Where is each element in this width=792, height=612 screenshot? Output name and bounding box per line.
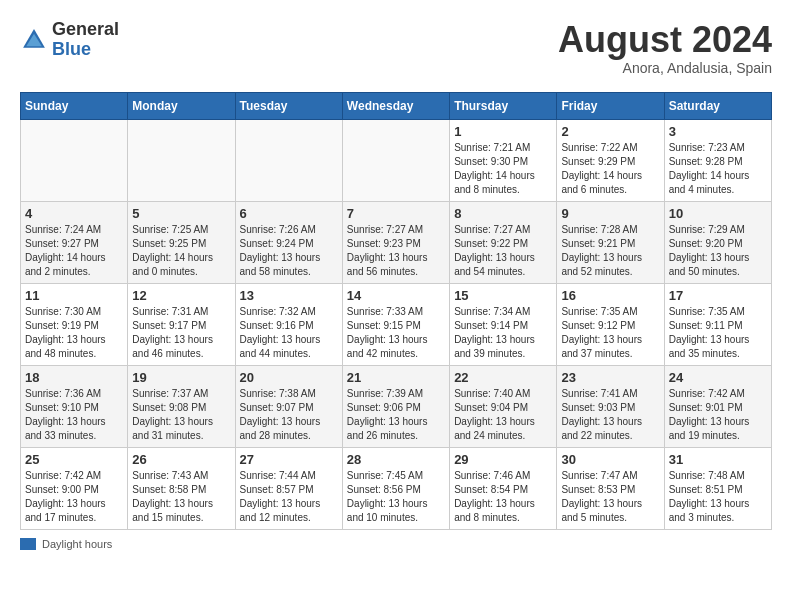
calendar-cell: 30Sunrise: 7:47 AM Sunset: 8:53 PM Dayli… [557, 447, 664, 529]
day-info: Sunrise: 7:46 AM Sunset: 8:54 PM Dayligh… [454, 469, 552, 525]
day-number: 18 [25, 370, 123, 385]
day-info: Sunrise: 7:26 AM Sunset: 9:24 PM Dayligh… [240, 223, 338, 279]
day-info: Sunrise: 7:40 AM Sunset: 9:04 PM Dayligh… [454, 387, 552, 443]
week-row-5: 25Sunrise: 7:42 AM Sunset: 9:00 PM Dayli… [21, 447, 772, 529]
day-number: 14 [347, 288, 445, 303]
calendar-cell: 12Sunrise: 7:31 AM Sunset: 9:17 PM Dayli… [128, 283, 235, 365]
day-number: 21 [347, 370, 445, 385]
day-number: 2 [561, 124, 659, 139]
day-info: Sunrise: 7:27 AM Sunset: 9:23 PM Dayligh… [347, 223, 445, 279]
day-number: 22 [454, 370, 552, 385]
day-number: 23 [561, 370, 659, 385]
day-info: Sunrise: 7:45 AM Sunset: 8:56 PM Dayligh… [347, 469, 445, 525]
calendar-cell: 28Sunrise: 7:45 AM Sunset: 8:56 PM Dayli… [342, 447, 449, 529]
day-info: Sunrise: 7:27 AM Sunset: 9:22 PM Dayligh… [454, 223, 552, 279]
day-number: 9 [561, 206, 659, 221]
column-header-thursday: Thursday [450, 92, 557, 119]
day-info: Sunrise: 7:43 AM Sunset: 8:58 PM Dayligh… [132, 469, 230, 525]
header-row: SundayMondayTuesdayWednesdayThursdayFrid… [21, 92, 772, 119]
day-info: Sunrise: 7:28 AM Sunset: 9:21 PM Dayligh… [561, 223, 659, 279]
day-number: 29 [454, 452, 552, 467]
calendar-cell [342, 119, 449, 201]
day-info: Sunrise: 7:32 AM Sunset: 9:16 PM Dayligh… [240, 305, 338, 361]
day-info: Sunrise: 7:30 AM Sunset: 9:19 PM Dayligh… [25, 305, 123, 361]
calendar-cell: 19Sunrise: 7:37 AM Sunset: 9:08 PM Dayli… [128, 365, 235, 447]
calendar-cell: 11Sunrise: 7:30 AM Sunset: 9:19 PM Dayli… [21, 283, 128, 365]
calendar-subtitle: Anora, Andalusia, Spain [558, 60, 772, 76]
day-info: Sunrise: 7:31 AM Sunset: 9:17 PM Dayligh… [132, 305, 230, 361]
day-number: 19 [132, 370, 230, 385]
logo-icon [20, 26, 48, 54]
day-number: 28 [347, 452, 445, 467]
legend-color-box [20, 538, 36, 550]
day-info: Sunrise: 7:22 AM Sunset: 9:29 PM Dayligh… [561, 141, 659, 197]
legend: Daylight hours [20, 538, 772, 550]
logo-blue-text: Blue [52, 40, 119, 60]
calendar-cell: 1Sunrise: 7:21 AM Sunset: 9:30 PM Daylig… [450, 119, 557, 201]
day-info: Sunrise: 7:35 AM Sunset: 9:11 PM Dayligh… [669, 305, 767, 361]
day-number: 24 [669, 370, 767, 385]
day-info: Sunrise: 7:29 AM Sunset: 9:20 PM Dayligh… [669, 223, 767, 279]
logo: General Blue [20, 20, 119, 60]
day-number: 20 [240, 370, 338, 385]
day-info: Sunrise: 7:38 AM Sunset: 9:07 PM Dayligh… [240, 387, 338, 443]
column-header-monday: Monday [128, 92, 235, 119]
day-info: Sunrise: 7:44 AM Sunset: 8:57 PM Dayligh… [240, 469, 338, 525]
day-number: 30 [561, 452, 659, 467]
day-number: 1 [454, 124, 552, 139]
calendar-cell: 26Sunrise: 7:43 AM Sunset: 8:58 PM Dayli… [128, 447, 235, 529]
day-number: 8 [454, 206, 552, 221]
logo-text: General Blue [52, 20, 119, 60]
column-header-wednesday: Wednesday [342, 92, 449, 119]
calendar-cell: 20Sunrise: 7:38 AM Sunset: 9:07 PM Dayli… [235, 365, 342, 447]
day-number: 31 [669, 452, 767, 467]
day-info: Sunrise: 7:39 AM Sunset: 9:06 PM Dayligh… [347, 387, 445, 443]
week-row-1: 1Sunrise: 7:21 AM Sunset: 9:30 PM Daylig… [21, 119, 772, 201]
calendar-cell: 13Sunrise: 7:32 AM Sunset: 9:16 PM Dayli… [235, 283, 342, 365]
day-number: 17 [669, 288, 767, 303]
calendar-cell: 4Sunrise: 7:24 AM Sunset: 9:27 PM Daylig… [21, 201, 128, 283]
week-row-2: 4Sunrise: 7:24 AM Sunset: 9:27 PM Daylig… [21, 201, 772, 283]
day-info: Sunrise: 7:33 AM Sunset: 9:15 PM Dayligh… [347, 305, 445, 361]
day-number: 16 [561, 288, 659, 303]
column-header-saturday: Saturday [664, 92, 771, 119]
legend-label: Daylight hours [42, 538, 112, 550]
day-number: 12 [132, 288, 230, 303]
calendar-table: SundayMondayTuesdayWednesdayThursdayFrid… [20, 92, 772, 530]
day-number: 6 [240, 206, 338, 221]
calendar-cell: 3Sunrise: 7:23 AM Sunset: 9:28 PM Daylig… [664, 119, 771, 201]
day-number: 5 [132, 206, 230, 221]
day-info: Sunrise: 7:42 AM Sunset: 9:00 PM Dayligh… [25, 469, 123, 525]
day-number: 13 [240, 288, 338, 303]
logo-general-text: General [52, 20, 119, 40]
calendar-title: August 2024 [558, 20, 772, 60]
week-row-4: 18Sunrise: 7:36 AM Sunset: 9:10 PM Dayli… [21, 365, 772, 447]
calendar-cell: 21Sunrise: 7:39 AM Sunset: 9:06 PM Dayli… [342, 365, 449, 447]
column-header-friday: Friday [557, 92, 664, 119]
day-info: Sunrise: 7:48 AM Sunset: 8:51 PM Dayligh… [669, 469, 767, 525]
calendar-cell: 29Sunrise: 7:46 AM Sunset: 8:54 PM Dayli… [450, 447, 557, 529]
title-block: August 2024 Anora, Andalusia, Spain [558, 20, 772, 76]
day-info: Sunrise: 7:37 AM Sunset: 9:08 PM Dayligh… [132, 387, 230, 443]
day-number: 15 [454, 288, 552, 303]
calendar-cell: 22Sunrise: 7:40 AM Sunset: 9:04 PM Dayli… [450, 365, 557, 447]
day-info: Sunrise: 7:34 AM Sunset: 9:14 PM Dayligh… [454, 305, 552, 361]
day-info: Sunrise: 7:35 AM Sunset: 9:12 PM Dayligh… [561, 305, 659, 361]
column-header-tuesday: Tuesday [235, 92, 342, 119]
calendar-cell: 6Sunrise: 7:26 AM Sunset: 9:24 PM Daylig… [235, 201, 342, 283]
day-info: Sunrise: 7:25 AM Sunset: 9:25 PM Dayligh… [132, 223, 230, 279]
day-number: 4 [25, 206, 123, 221]
calendar-cell: 23Sunrise: 7:41 AM Sunset: 9:03 PM Dayli… [557, 365, 664, 447]
calendar-cell: 18Sunrise: 7:36 AM Sunset: 9:10 PM Dayli… [21, 365, 128, 447]
day-info: Sunrise: 7:36 AM Sunset: 9:10 PM Dayligh… [25, 387, 123, 443]
calendar-cell: 15Sunrise: 7:34 AM Sunset: 9:14 PM Dayli… [450, 283, 557, 365]
calendar-cell: 9Sunrise: 7:28 AM Sunset: 9:21 PM Daylig… [557, 201, 664, 283]
day-info: Sunrise: 7:47 AM Sunset: 8:53 PM Dayligh… [561, 469, 659, 525]
calendar-cell: 5Sunrise: 7:25 AM Sunset: 9:25 PM Daylig… [128, 201, 235, 283]
day-number: 25 [25, 452, 123, 467]
calendar-cell: 27Sunrise: 7:44 AM Sunset: 8:57 PM Dayli… [235, 447, 342, 529]
calendar-cell: 25Sunrise: 7:42 AM Sunset: 9:00 PM Dayli… [21, 447, 128, 529]
day-number: 3 [669, 124, 767, 139]
calendar-cell [128, 119, 235, 201]
week-row-3: 11Sunrise: 7:30 AM Sunset: 9:19 PM Dayli… [21, 283, 772, 365]
